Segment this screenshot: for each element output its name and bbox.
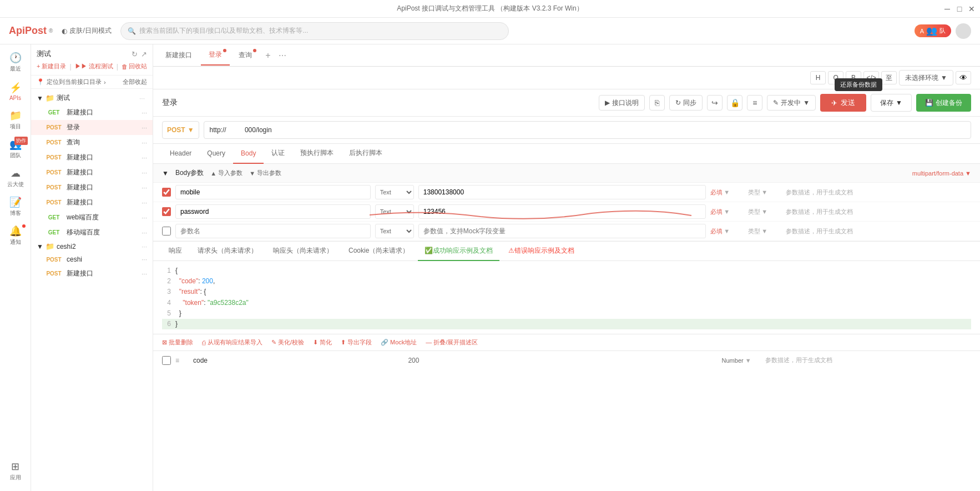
nav-item-0[interactable]: GET 新建接口 ··· <box>31 105 153 120</box>
sidebar-item-notify[interactable]: 🔔 通知 <box>2 222 29 249</box>
sidebar-item-cloud[interactable]: ☁ 云大使 <box>2 164 29 191</box>
nav-item-1[interactable]: POST 登录 ··· <box>31 120 153 135</box>
nav-item-dots-2[interactable]: ··· <box>142 139 147 147</box>
send-button[interactable]: ✈ 发送 <box>820 94 866 112</box>
new-dir-button[interactable]: + 新建目录 <box>37 62 66 71</box>
form-type-badge[interactable]: multipart/form-data ▼ <box>912 170 971 177</box>
nav-item-new-ceshi-dots[interactable]: ··· <box>142 270 147 278</box>
sidebar-item-team[interactable]: 👥 团队 协作 <box>2 136 29 162</box>
nav-item-dots-3[interactable]: ··· <box>142 154 147 162</box>
nav-item-dots-8[interactable]: ··· <box>142 229 147 237</box>
create-backup-button[interactable]: 💾 创建备份 <box>916 94 971 112</box>
nav-group-ceshi[interactable]: ▼ 📁 测试 ··· <box>31 91 153 105</box>
sub-tab-body[interactable]: Body <box>233 144 264 164</box>
sub-tab-auth[interactable]: 认证 <box>264 144 292 164</box>
sidebar-item-apis[interactable]: ⚡ APIs <box>2 78 29 104</box>
nav-item-dots-6[interactable]: ··· <box>142 199 147 207</box>
sub-tab-query[interactable]: Query <box>199 144 233 164</box>
toggle-desc-button[interactable]: — 折叠/展开描述区 <box>426 338 478 347</box>
param-check-2[interactable] <box>162 227 171 236</box>
param-value-2[interactable] <box>418 224 706 238</box>
param-type-2[interactable]: Text <box>375 224 414 238</box>
sync-button[interactable]: ↻ 同步 <box>669 95 703 111</box>
flow-test-button[interactable]: ▶▶ 流程测试 <box>75 62 113 71</box>
close-button[interactable]: ✕ <box>968 5 976 13</box>
nav-item-2[interactable]: POST 查询 ··· <box>31 135 153 150</box>
sidebar-item-project[interactable]: 📁 项目 <box>2 107 29 133</box>
sidebar-item-recent[interactable]: 🕐 最近 <box>2 49 29 76</box>
import-params-button[interactable]: ▲ 导入参数 <box>210 169 243 177</box>
nav-item-7[interactable]: GET web端百度 ··· <box>31 210 153 225</box>
env-selector[interactable]: 未选择环境 ▼ <box>899 70 953 86</box>
param-value-0[interactable] <box>418 185 706 199</box>
theme-toggle[interactable]: ◐ 皮肤/日间模式 <box>62 26 111 36</box>
export-fields-button[interactable]: ⬆ 导出字段 <box>341 338 372 347</box>
user-badge[interactable]: A 👥 队 <box>915 24 951 37</box>
export-icon[interactable]: ↗ <box>141 50 147 58</box>
maximize-button[interactable]: □ <box>956 5 963 13</box>
beautify-button[interactable]: ✎ 美化/校验 <box>271 338 304 347</box>
lock-button[interactable]: 🔒 <box>727 95 742 111</box>
dev-button[interactable]: ✎ 开发中 ▼ <box>767 95 816 111</box>
nav-item-3[interactable]: POST 新建接口 ··· <box>31 150 153 165</box>
param-name-2[interactable] <box>175 224 371 238</box>
param-value-1[interactable] <box>418 204 706 219</box>
sub-tab-post-script[interactable]: 后执行脚本 <box>341 144 390 164</box>
nav-item-8[interactable]: GET 移动端百度 ··· <box>31 225 153 240</box>
doc-button[interactable]: ≡ <box>747 95 762 111</box>
nav-item-dots-5[interactable]: ··· <box>142 184 147 192</box>
group-more[interactable]: ··· <box>139 94 145 102</box>
tab-query[interactable]: 查询 <box>231 46 260 66</box>
nav-item-4[interactable]: POST 新建接口 ··· <box>31 165 153 180</box>
simplify-button[interactable]: ⬇ 简化 <box>313 338 332 347</box>
batch-delete-button[interactable]: ⊠ 批量删除 <box>162 338 193 347</box>
to-button[interactable]: 至 <box>881 71 897 84</box>
tabs-more-button[interactable]: ⋯ <box>276 51 289 60</box>
nav-path[interactable]: 📍 定位到当前接口目录 › 全部收起 <box>31 76 153 89</box>
param-name-0[interactable] <box>175 185 371 199</box>
param-type-0[interactable]: Text File <box>375 185 414 199</box>
export-params-button[interactable]: ▼ 导出参数 <box>249 169 281 177</box>
avatar[interactable] <box>956 23 971 39</box>
nav-item-5[interactable]: POST 新建接口 ··· <box>31 180 153 195</box>
nav-item-dots-1[interactable]: ··· <box>142 124 147 132</box>
save-button[interactable]: 保存 ▼ <box>871 94 912 112</box>
resp-tab-resp-header[interactable]: 响应头（尚未请求） <box>266 241 340 261</box>
eye-button[interactable]: 👁 <box>956 71 971 84</box>
tab-login[interactable]: 登录 <box>201 46 230 66</box>
sub-tab-header[interactable]: Header <box>162 144 199 164</box>
api-doc-button[interactable]: ▶ 接口说明 <box>599 95 645 111</box>
nav-path-all[interactable]: 全部收起 <box>123 78 147 86</box>
refresh-icon[interactable]: ↻ <box>132 50 138 58</box>
search-bar[interactable]: 🔍 搜索当前团队下的项目/接口/以及帮助文档、技术博客等... <box>120 22 509 40</box>
window-controls[interactable]: ─ □ ✕ <box>943 5 976 13</box>
sidebar-item-blog[interactable]: 📝 博客 <box>2 193 29 220</box>
minimize-button[interactable]: ─ <box>943 5 951 13</box>
nav-item-dots-7[interactable]: ··· <box>142 214 147 222</box>
param-check-1[interactable] <box>162 207 171 216</box>
nav-group-ceshi2[interactable]: ▼ 📁 ceshi2 ··· <box>31 240 153 253</box>
resp-tab-response[interactable]: 响应 <box>162 241 189 261</box>
param-type-1[interactable]: Text File <box>375 204 414 219</box>
url-input[interactable] <box>204 121 971 139</box>
param-check-0[interactable] <box>162 188 171 197</box>
resp-tab-cookie[interactable]: Cookie（尚未请求） <box>342 241 416 261</box>
group2-more[interactable]: ··· <box>142 243 147 250</box>
nav-item-6[interactable]: POST 新建接口 ··· <box>31 195 153 210</box>
output-check[interactable] <box>162 356 171 365</box>
param-name-1[interactable] <box>175 204 371 219</box>
sub-tab-pre-script[interactable]: 预执行脚本 <box>292 144 341 164</box>
h-button[interactable]: H <box>810 71 826 84</box>
import-from-response-button[interactable]: ⎙ 从现有响应结果导入 <box>202 338 262 347</box>
resp-tab-success[interactable]: ✅ 成功响应示例及文档 <box>418 241 499 261</box>
tab-new-api[interactable]: 新建接口 <box>158 46 200 66</box>
sidebar-item-app[interactable]: ⊞ 应用 <box>4 460 27 482</box>
mock-url-button[interactable]: 🔗 Mock地址 <box>381 338 417 347</box>
resp-tab-req-header[interactable]: 请求头（尚未请求） <box>191 241 264 261</box>
forward-button[interactable]: ↪ <box>707 95 723 111</box>
recycle-button[interactable]: 🗑 回收站 <box>122 62 147 71</box>
method-select[interactable]: POST ▼ <box>162 121 199 139</box>
nav-item-new-ceshi[interactable]: POST 新建接口 ··· <box>31 266 153 281</box>
nav-item-dots-0[interactable]: ··· <box>142 109 147 117</box>
nav-item-ceshi[interactable]: POST ceshi ··· <box>31 253 153 266</box>
